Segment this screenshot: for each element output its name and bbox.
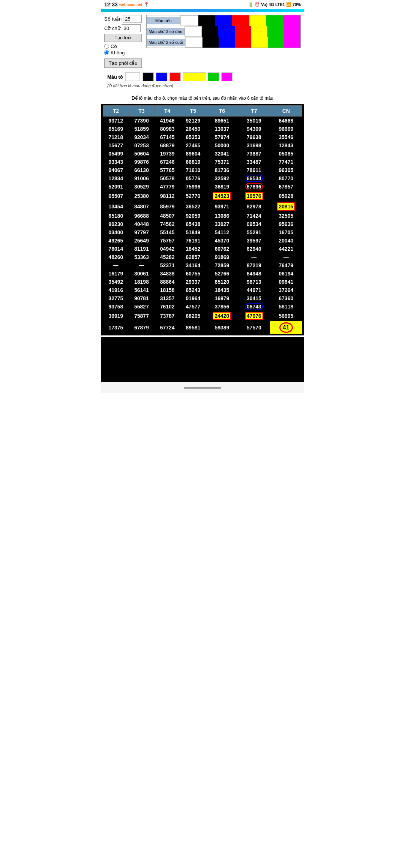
table-cell[interactable]: 10576 [238, 191, 270, 201]
table-cell[interactable]: 66534 [238, 174, 270, 183]
table-cell[interactable]: 13086 [206, 212, 238, 220]
table-row[interactable]: 93343998766724666819753713348777471 [103, 158, 302, 166]
table-cell[interactable]: 16179 [103, 269, 129, 278]
table-cell[interactable]: 12843 [270, 141, 302, 150]
table-cell[interactable]: 41946 [154, 117, 180, 125]
table-cell[interactable]: 45370 [206, 236, 238, 245]
table-cell[interactable]: 85120 [206, 278, 238, 286]
tao-luoi-button[interactable]: Tạo lưới [104, 34, 142, 42]
table-cell[interactable]: 76102 [154, 302, 180, 311]
table-cell[interactable]: 91006 [129, 174, 154, 183]
table-cell[interactable]: 09534 [238, 220, 270, 228]
table-cell[interactable]: 04067 [103, 166, 129, 174]
table-cell[interactable]: 12834 [103, 174, 129, 183]
table-cell[interactable]: 93343 [103, 158, 129, 166]
table-cell[interactable]: 16705 [270, 228, 302, 236]
swatch-magenta-2so[interactable] [284, 37, 300, 48]
table-cell[interactable]: 33487 [238, 158, 270, 166]
table-cell[interactable]: 73787 [154, 311, 180, 321]
table-cell[interactable]: 84807 [129, 201, 154, 212]
table-cell[interactable]: 59389 [206, 321, 238, 334]
table-row[interactable]: 65507253809811252770245231057605028 [103, 191, 302, 201]
table-cell[interactable]: 51849 [180, 228, 206, 236]
swatch-yellow-nen[interactable] [249, 15, 266, 26]
table-row[interactable]: 05499506041973989604320417388705085 [103, 150, 302, 158]
table-cell[interactable]: 31357 [154, 294, 180, 302]
swatch-blue-nen[interactable] [215, 15, 232, 26]
table-cell[interactable]: 77471 [270, 158, 302, 166]
table-cell[interactable]: 66130 [129, 166, 154, 174]
table-cell[interactable]: 55145 [154, 228, 180, 236]
table-cell[interactable]: 67145 [154, 133, 180, 141]
table-row[interactable]: 93758558277610247577378560674358118 [103, 302, 302, 311]
table-cell[interactable]: 67857 [270, 183, 302, 191]
radio-co-input[interactable] [104, 44, 109, 49]
table-cell[interactable]: 07253 [129, 141, 154, 150]
table-cell[interactable]: 25649 [129, 236, 154, 245]
table-cell[interactable]: 17375 [103, 321, 129, 334]
table-cell[interactable]: 37856 [206, 302, 238, 311]
table-cell[interactable]: 30061 [129, 269, 154, 278]
table-cell[interactable]: 67724 [154, 321, 180, 334]
table-row[interactable]: 93712773904194692129896513501964668 [103, 117, 302, 125]
table-cell[interactable]: 47779 [154, 183, 180, 191]
table-cell[interactable]: 06194 [270, 269, 302, 278]
table-cell[interactable]: 35019 [238, 117, 270, 125]
table-row[interactable]: 12834910065057805776325926653480770 [103, 174, 302, 183]
table-cell[interactable]: 67360 [270, 294, 302, 302]
table-cell[interactable]: 90781 [129, 294, 154, 302]
table-cell[interactable]: 18158 [154, 286, 180, 294]
table-cell[interactable]: 50604 [129, 150, 154, 158]
co-chu-input[interactable] [122, 24, 141, 32]
table-cell[interactable]: 53363 [129, 253, 154, 261]
table-cell[interactable]: 72859 [206, 261, 238, 269]
swatch-red-3so[interactable] [235, 26, 251, 37]
table-cell[interactable]: 34164 [180, 261, 206, 269]
so-tuan-input[interactable] [123, 15, 142, 23]
table-cell[interactable]: 97797 [129, 228, 154, 236]
table-cell[interactable]: 92034 [129, 133, 154, 141]
table-cell[interactable]: 37264 [270, 286, 302, 294]
table-cell[interactable]: 58118 [270, 302, 302, 311]
table-cell[interactable]: 39597 [238, 236, 270, 245]
table-cell[interactable]: 66819 [180, 158, 206, 166]
table-cell[interactable]: 65438 [180, 220, 206, 228]
table-row[interactable]: 52091305294777975996368196789667857 [103, 183, 302, 191]
mau-to-green[interactable] [208, 72, 219, 81]
table-cell[interactable]: 47577 [180, 302, 206, 311]
table-cell[interactable]: 30415 [238, 294, 270, 302]
table-row[interactable]: 03400977975514551849541125529116705 [103, 228, 302, 236]
table-cell[interactable]: 35492 [103, 278, 129, 286]
table-cell[interactable]: 48507 [154, 212, 180, 220]
table-cell[interactable]: 32592 [206, 174, 238, 183]
table-cell[interactable]: 29337 [180, 278, 206, 286]
table-row[interactable]: 13454848078597938522939718297820815 [103, 201, 302, 212]
table-cell[interactable]: 64668 [270, 117, 302, 125]
table-cell[interactable]: 65243 [180, 286, 206, 294]
swatch-white-nen[interactable] [180, 15, 198, 26]
table-cell[interactable]: 52371 [154, 261, 180, 269]
swatch-red-2so[interactable] [235, 37, 252, 48]
mau-to-magenta[interactable] [221, 72, 232, 81]
table-cell[interactable]: 87219 [238, 261, 270, 269]
table-cell[interactable]: 92129 [180, 117, 206, 125]
table-cell[interactable]: 90230 [103, 220, 129, 228]
table-cell[interactable]: 36819 [206, 183, 238, 191]
table-cell[interactable]: 56695 [270, 311, 302, 321]
table-cell[interactable]: 13037 [206, 125, 238, 133]
table-cell[interactable]: 20815 [270, 201, 302, 212]
table-cell[interactable]: 44971 [238, 286, 270, 294]
table-cell[interactable]: 33027 [206, 220, 238, 228]
table-cell[interactable]: 24523 [206, 191, 238, 201]
swatch-black-nen[interactable] [198, 15, 215, 26]
table-cell[interactable]: 19739 [154, 150, 180, 158]
table-row[interactable]: 49265256497575776191453703959720040 [103, 236, 302, 245]
table-cell[interactable]: 96669 [270, 125, 302, 133]
table-cell[interactable]: 71610 [180, 166, 206, 174]
table-cell[interactable]: 78611 [238, 166, 270, 174]
table-cell[interactable]: 64948 [238, 269, 270, 278]
table-cell[interactable]: 32505 [270, 212, 302, 220]
table-cell[interactable]: 55291 [238, 228, 270, 236]
swatch-green-2so[interactable] [268, 37, 284, 48]
swatch-blue-2so[interactable] [219, 37, 235, 48]
